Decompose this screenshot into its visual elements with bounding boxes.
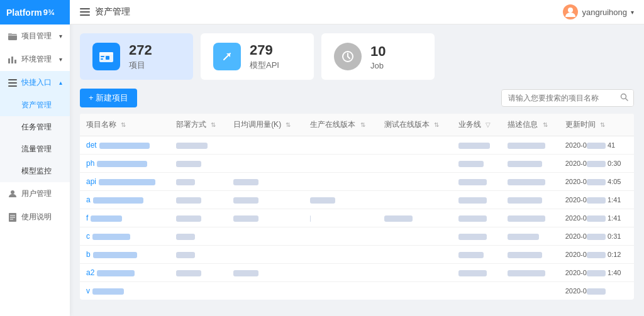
- cell-deploy: [170, 264, 227, 282]
- deploy-value: [176, 270, 201, 276]
- col-header-biz[interactable]: 业务线 ▽: [452, 114, 501, 136]
- svg-rect-15: [106, 56, 109, 60]
- stat-card-api: 279 模型API: [201, 33, 314, 80]
- test-value: [384, 215, 413, 222]
- search-input[interactable]: [502, 90, 615, 106]
- cell-prod: [304, 191, 378, 209]
- stat-text-projects: 272 项目: [129, 42, 152, 71]
- cell-name: api: [80, 173, 170, 191]
- project-name-blur: [93, 197, 143, 204]
- sort-icon-name: ⇅: [121, 121, 126, 128]
- cell-prod: [304, 155, 378, 173]
- col-header-daily[interactable]: 日均调用量(K) ⇅: [227, 114, 304, 136]
- logo-suffix: 9¾: [43, 8, 55, 17]
- topbar-right[interactable]: yangruihong ▾: [563, 4, 634, 19]
- sidebar: Platform 9¾ 项目管理 ▾ 环境管理 ▾ 快捷入口 ▴: [0, 0, 70, 316]
- chevron-down-icon: ▾: [59, 56, 62, 63]
- project-link[interactable]: det: [86, 141, 97, 150]
- sidebar-item-assets-label: 资产管理: [21, 100, 52, 111]
- sidebar-item-tasks[interactable]: 任务管理: [0, 116, 70, 138]
- cell-name: f: [80, 209, 170, 227]
- cell-test: [378, 173, 452, 191]
- time-blur: [587, 143, 606, 149]
- time-blur: [587, 252, 606, 258]
- biz-value: [458, 161, 484, 167]
- col-header-test[interactable]: 测试在线版本 ⇅: [378, 114, 452, 136]
- svg-point-10: [568, 8, 573, 13]
- daily-value: [233, 197, 258, 204]
- sidebar-item-quickstart[interactable]: 快捷入口 ▴: [0, 71, 70, 94]
- project-link[interactable]: c: [86, 232, 90, 241]
- time-suffix: 0:12: [606, 251, 621, 258]
- sidebar-item-project[interactable]: 项目管理 ▾: [0, 25, 70, 48]
- svg-point-5: [11, 190, 14, 194]
- deploy-value: [176, 179, 195, 185]
- sidebar-item-help[interactable]: 使用说明: [0, 205, 70, 229]
- svg-rect-13: [101, 56, 104, 57]
- folder-icon: [8, 31, 18, 41]
- time-prefix: 2020-0: [565, 214, 587, 222]
- project-name-blur: [92, 288, 124, 295]
- project-link[interactable]: b: [86, 250, 91, 259]
- cell-name: a: [80, 191, 170, 209]
- col-header-desc[interactable]: 描述信息 ⇅: [501, 114, 558, 136]
- col-header-time[interactable]: 更新时间 ⇅: [559, 114, 634, 136]
- sidebar-item-assets[interactable]: 资产管理: [0, 94, 70, 116]
- cell-test: [378, 155, 452, 173]
- cell-test: [378, 136, 452, 155]
- project-link[interactable]: a2: [86, 268, 94, 277]
- cell-name: b: [80, 246, 170, 264]
- project-link[interactable]: api: [86, 177, 96, 186]
- sidebar-item-env[interactable]: 环境管理 ▾: [0, 48, 70, 71]
- sort-icon-biz: ▽: [486, 121, 491, 128]
- desc-value: [508, 179, 545, 185]
- sidebar-item-env-label: 环境管理: [21, 54, 52, 65]
- cell-daily: [227, 136, 304, 155]
- add-project-button[interactable]: + 新建项目: [80, 89, 137, 107]
- deploy-value: [176, 161, 201, 167]
- chevron-up-icon: ▴: [59, 79, 62, 86]
- cell-prod: [304, 246, 378, 264]
- hamburger-menu-icon[interactable]: [80, 8, 90, 16]
- cell-daily: [227, 264, 304, 282]
- cell-time: 2020-0 0:30: [559, 155, 634, 173]
- time-prefix: 2020-0: [565, 269, 587, 276]
- toolbar: + 新建项目: [80, 89, 634, 107]
- job-stat-icon: [334, 43, 362, 70]
- daily-value: [233, 215, 258, 222]
- cell-desc: [501, 155, 558, 173]
- project-link[interactable]: f: [86, 214, 88, 222]
- cell-deploy: [170, 173, 227, 191]
- project-link[interactable]: v: [86, 286, 90, 295]
- col-header-prod[interactable]: 生产在线版本 ⇅: [304, 114, 378, 136]
- deploy-value: [176, 143, 208, 149]
- cell-desc: [501, 264, 558, 282]
- cell-daily: [227, 191, 304, 209]
- cell-desc: [501, 227, 558, 246]
- search-button[interactable]: [615, 90, 633, 106]
- project-stat-icon: [92, 43, 120, 70]
- sidebar-item-flow[interactable]: 流量管理: [0, 138, 70, 160]
- time-suffix: 1:40: [606, 269, 621, 276]
- table-row: a2020-0 1:41: [80, 191, 634, 209]
- time-suffix: 1:41: [606, 214, 621, 222]
- col-header-deploy[interactable]: 部署方式 ⇅: [170, 114, 227, 136]
- main-content: 资产管理 yangruihong ▾: [70, 0, 644, 316]
- time-prefix: 2020-0: [565, 251, 587, 258]
- cell-biz: [452, 155, 501, 173]
- time-prefix: 2020-0: [565, 141, 587, 149]
- table-row: det2020-0 41: [80, 136, 634, 155]
- project-link[interactable]: a: [86, 195, 91, 204]
- time-prefix: 2020-0: [565, 160, 587, 167]
- project-name-blur: [97, 270, 135, 276]
- cell-biz: [452, 173, 501, 191]
- col-header-name[interactable]: 项目名称 ⇅: [80, 114, 170, 136]
- cell-name: v: [80, 282, 170, 300]
- sidebar-nav: 项目管理 ▾ 环境管理 ▾ 快捷入口 ▴ 资产管理 任务管理: [0, 25, 70, 316]
- cell-biz: [452, 191, 501, 209]
- sidebar-item-users[interactable]: 用户管理: [0, 182, 70, 205]
- project-link[interactable]: ph: [86, 159, 94, 168]
- stat-card-projects: 272 项目: [80, 33, 193, 80]
- stat-label-projects: 项目: [129, 60, 152, 71]
- sidebar-item-model[interactable]: 模型监控: [0, 160, 70, 182]
